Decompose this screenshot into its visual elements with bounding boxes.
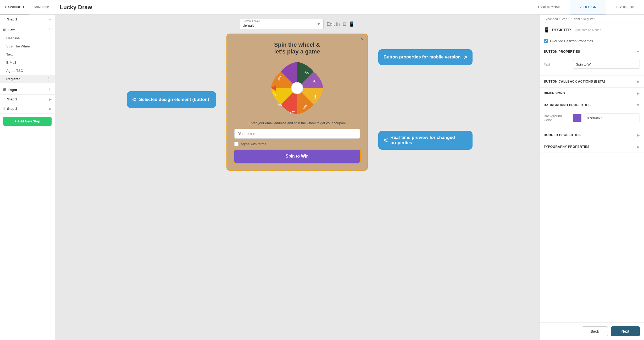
wheel-container: 30% 5% 25% 50% GIFT 25% 50% 15% [234, 59, 360, 117]
step1-label: Step 1 [7, 17, 48, 21]
popup-close-button[interactable]: × [361, 37, 364, 42]
right-panel: Expanded • Step 1 • Right • Register 📱 R… [539, 15, 644, 340]
tab-publish[interactable]: 3. PUBLISH [606, 0, 644, 14]
spin-to-win-button[interactable]: Spin to Win [234, 150, 360, 163]
register-title: REGISTER [552, 28, 571, 32]
callout-right-text: Button properties for mobile version [384, 55, 461, 60]
section-typography-properties: TYPOGRAPHY PROPERTIES ▶ [540, 141, 644, 153]
step3-drag: ⠿ [3, 107, 5, 111]
back-button[interactable]: Back [582, 326, 608, 336]
background-properties-header[interactable]: BACKGROUND PROPERTIES ▼ [540, 99, 644, 111]
section-dimensions: DIMENSIONS ▶ [540, 88, 644, 99]
dimensions-header[interactable]: DIMENSIONS ▶ [540, 88, 644, 99]
dimensions-chevron: ▶ [637, 91, 640, 95]
callout-realtime-preview: < Real-time preview for changed properti… [378, 131, 473, 150]
right-group-label: Right [8, 88, 48, 92]
button-text-input[interactable] [573, 60, 640, 69]
callback-actions-title: BUTTON CALLBACK ACTIONS (BETA) [544, 80, 605, 83]
typography-properties-header[interactable]: TYPOGRAPHY PROPERTIES ▶ [540, 141, 644, 153]
sidebar-item-headline[interactable]: Headline [0, 34, 55, 42]
callback-actions-header[interactable]: BUTTON CALLBACK ACTIONS (BETA) ▶ [540, 76, 644, 87]
button-properties-body: Text [540, 57, 644, 75]
dimensions-title: DIMENSIONS [544, 91, 565, 95]
button-properties-header[interactable]: BUTTON PROPERTIES ▼ [540, 46, 644, 57]
section-button-properties: BUTTON PROPERTIES ▼ Text [540, 46, 644, 76]
step2-header[interactable]: ⠿ Step 2 ▶ [0, 95, 55, 104]
text-field-row: Text [544, 60, 640, 69]
edit-in-controls: Edit in 🖥 📱 [327, 21, 354, 27]
main-layout: ⠿ Step 1 ▼ ⊞ Left ⋮ Headline Spin The Wh… [0, 15, 644, 340]
sidebar-item-text[interactable]: Text [0, 50, 55, 58]
agree-checkbox[interactable] [234, 142, 238, 146]
agree-label: Agree with terms [241, 142, 266, 146]
sidebar-item-register[interactable]: Register ⋮ [0, 75, 55, 83]
locale-select[interactable]: Current Locale default ▼ [240, 19, 324, 29]
step2-drag: ⠿ [3, 98, 5, 101]
callout-left-arrow: < [132, 95, 136, 104]
step1-header[interactable]: ⠿ Step 1 ▼ [0, 15, 55, 24]
left-group-more[interactable]: ⋮ [48, 28, 52, 32]
page-title: Lucky Draw [60, 4, 528, 11]
sidebar-item-email[interactable]: E-Mail [0, 58, 55, 67]
sidebar: ⠿ Step 1 ▼ ⊞ Left ⋮ Headline Spin The Wh… [0, 15, 55, 340]
callout-selected-element: < Selected design element (button) [127, 91, 216, 108]
step3-header[interactable]: ⠿ Step 3 ▶ [0, 104, 55, 114]
add-step-button[interactable]: + Add New Step [3, 117, 52, 126]
border-properties-header[interactable]: BORDER PROPERTIES ▶ [540, 129, 644, 141]
sidebar-item-agreetc[interactable]: Agree T&C [0, 67, 55, 75]
register-icon: 📱 [544, 27, 549, 33]
popup-title: Spin the wheel &let's play a game [234, 41, 360, 55]
popup-description: Enter your email address and spin the wh… [234, 121, 360, 125]
locale-arrow-icon: ▼ [317, 22, 321, 26]
popup-wrapper: < Selected design element (button) Butto… [226, 34, 368, 171]
agree-terms-row: Agree with terms [234, 142, 360, 146]
callback-actions-chevron: ▶ [637, 79, 640, 84]
step3-chevron: ▶ [49, 107, 52, 111]
top-tabs: 1. OBJECTIVE 2. DESIGN 3. PUBLISH [528, 0, 644, 14]
desktop-icon[interactable]: 🖥 [342, 21, 347, 27]
sidebar-group-right[interactable]: ⊞ Right ⋮ [0, 85, 55, 95]
color-swatch[interactable] [573, 114, 581, 122]
color-hex-input[interactable] [585, 114, 640, 122]
step2-label: Step 2 [7, 97, 49, 101]
svg-text:25%: 25% [314, 95, 316, 99]
sidebar-item-spinthewheel[interactable]: Spin The Wheel [0, 42, 55, 50]
register-more-icon[interactable]: ⋮ [47, 77, 51, 81]
left-group-label: Left [8, 28, 48, 32]
tab-expanded[interactable]: EXPANDED [0, 0, 29, 14]
mobile-icon[interactable]: 📱 [349, 21, 354, 27]
section-background-properties: BACKGROUND PROPERTIES ▼ Background Color [540, 99, 644, 129]
popup-card: × Spin the wheel &let's play a game [226, 34, 368, 171]
sidebar-left-section: ⊞ Left ⋮ Headline Spin The Wheel Text E-… [0, 24, 55, 85]
email-input[interactable] [234, 129, 360, 139]
background-properties-chevron: ▼ [636, 103, 640, 107]
button-properties-title: BUTTON PROPERTIES [544, 50, 580, 53]
background-properties-body: Background Color [540, 111, 644, 129]
section-callback-actions: BUTTON CALLBACK ACTIONS (BETA) ▶ [540, 76, 644, 88]
override-row: Override Desktop Properties [540, 36, 644, 46]
background-properties-title: BACKGROUND PROPERTIES [544, 103, 591, 107]
callout-right-arrow: > [464, 53, 467, 61]
top-bar: EXPANDED MINIFIED Lucky Draw 1. OBJECTIV… [0, 0, 644, 15]
bg-color-row: Background Color [544, 114, 640, 122]
tab-design[interactable]: 2. DESIGN [570, 0, 606, 14]
locale-label: Current Locale [243, 20, 260, 23]
callout-mobile-properties: Button properties for mobile version > [378, 49, 473, 65]
right-group-more[interactable]: ⋮ [48, 88, 52, 92]
panel-footer: Back Next [540, 322, 644, 340]
override-label: Override Desktop Properties [550, 39, 593, 43]
right-group-icon: ⊞ [3, 88, 6, 92]
callout-left-text: Selected design element (button) [139, 97, 209, 102]
tab-objective[interactable]: 1. OBJECTIVE [528, 0, 570, 14]
canvas-area: Current Locale default ▼ Edit in 🖥 📱 < S… [55, 15, 539, 340]
tab-minified[interactable]: MINIFIED [29, 0, 54, 14]
section-border-properties: BORDER PROPERTIES ▶ [540, 129, 644, 141]
spin-wheel[interactable]: 30% 5% 25% 50% GIFT 25% 50% 15% [268, 59, 326, 117]
step3-label: Step 3 [7, 107, 49, 111]
sidebar-group-left[interactable]: ⊞ Left ⋮ [0, 26, 55, 34]
override-checkbox[interactable] [544, 39, 548, 43]
callout-bottom-arrow: < [384, 136, 388, 144]
register-id: 3fad-abfb-5f85-c8e7 [575, 28, 601, 31]
bg-color-label: Background Color [544, 114, 570, 122]
next-button[interactable]: Next [611, 326, 640, 336]
